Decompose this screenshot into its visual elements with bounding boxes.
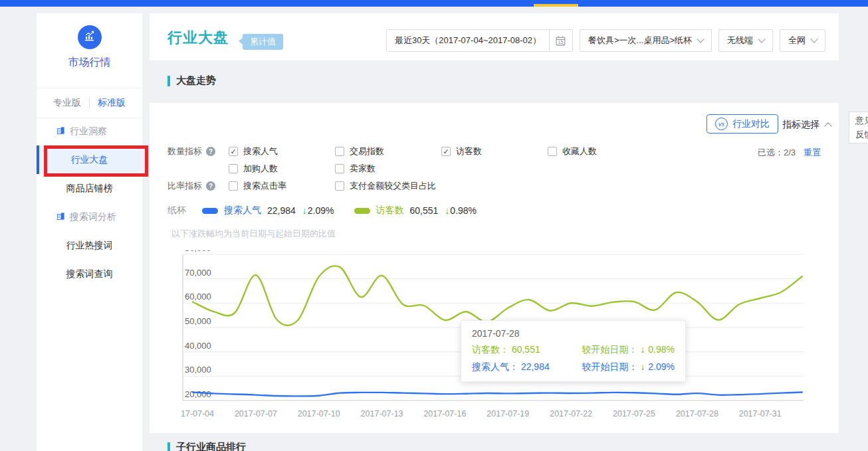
top-nav-bar: [0, 0, 868, 7]
legend-series-pill: [354, 208, 370, 214]
active-tab-underline-indicator: [534, 4, 578, 7]
series-line-搜索人气: [193, 393, 802, 397]
checkbox-icon[interactable]: [229, 181, 238, 191]
x-axis-label: 2017-07-28: [676, 409, 718, 418]
metric-row: 比率指标?搜索点击率支付金额较父类目占比: [167, 177, 654, 195]
metric-checkbox[interactable]: 卖家数: [335, 163, 441, 175]
section-title-subindustry: 子行业商品排行: [167, 441, 246, 451]
cumulative-value-badge: 累计值: [243, 34, 283, 50]
section-accent-bar: [167, 76, 170, 86]
section-accent-bar: [167, 442, 170, 451]
metric-select-toggle[interactable]: 指标选择: [782, 119, 831, 131]
chevron-down-icon: [697, 35, 704, 43]
feedback-tab[interactable]: 意见 反馈: [849, 112, 868, 143]
checkbox-icon[interactable]: ✓: [229, 147, 238, 156]
category-filter[interactable]: 餐饮具>一次...桌用品>纸杯: [580, 29, 712, 52]
legend-entry[interactable]: 搜索人气22,984↓2.09%: [202, 205, 334, 217]
metric-group-text: 比率指标: [167, 180, 202, 192]
tooltip-row: 搜索人气： 22,984较开始日期： ↓ 2.09%: [472, 361, 675, 373]
filter-bar: 最近30天（2017-07-04~2017-08-02） 15 餐饮具>一次..…: [386, 29, 825, 52]
search-word-icon: [56, 212, 65, 223]
sidebar-tab[interactable]: 标准版: [98, 97, 126, 109]
x-axis-label: 2017-07-13: [361, 409, 403, 418]
svg-text:15: 15: [558, 40, 564, 45]
sidebar-item-label: 行业洞察: [70, 126, 107, 137]
reset-button[interactable]: 重置: [804, 147, 821, 159]
sidebar-item[interactable]: 行业热搜词: [37, 231, 142, 260]
sidebar-item[interactable]: 搜索词查询: [37, 260, 142, 288]
checkbox-icon[interactable]: ✓: [441, 147, 451, 156]
page-title: 行业大盘: [167, 28, 229, 48]
legend-series-name: 搜索人气: [224, 205, 261, 217]
terminal-filter[interactable]: 无线端: [718, 29, 773, 52]
x-axis-label: 2017-07-10: [298, 409, 340, 418]
legend-series-change: ↓2.09%: [302, 205, 334, 216]
scope-filter[interactable]: 全网: [780, 29, 825, 52]
date-range-filter[interactable]: 最近30天（2017-07-04~2017-08-02） 15: [386, 29, 573, 52]
legend-entry[interactable]: 访客数60,551↓0.98%: [354, 205, 477, 217]
metric-group-text: 数量指标: [167, 145, 202, 157]
chart-tooltip: 2017-07-28 访客数： 60,551较开始日期： ↓ 0.98%搜索人气…: [461, 320, 686, 382]
help-icon[interactable]: ?: [206, 181, 215, 191]
legend-series-value: 60,551: [410, 205, 439, 216]
metric-checkbox-label: 收藏人数: [562, 145, 597, 157]
checkbox-icon[interactable]: [335, 147, 344, 156]
x-axis-label: 2017-07-07: [235, 409, 277, 418]
sidebar-version-tabs: 专业版标准版: [37, 88, 142, 118]
y-axis-label: 20,000: [185, 389, 211, 399]
tooltip-metric: 搜索人气： 22,984: [472, 361, 550, 373]
sidebar-menu: 行业洞察行业大盘商品店铺榜搜索词分析行业热搜词搜索词查询: [37, 117, 142, 288]
metric-checkbox-label: 访客数: [456, 145, 482, 157]
metric-group-label: 数量指标?: [167, 145, 229, 157]
sidebar: 市场行情 专业版标准版 行业洞察行业大盘商品店铺榜搜索词分析行业热搜词搜索词查询: [37, 13, 142, 451]
x-axis-label: 2017-07-22: [550, 409, 592, 418]
checkbox-icon[interactable]: [229, 164, 238, 173]
sidebar-item[interactable]: 行业大盘: [37, 145, 142, 174]
metric-checkbox[interactable]: 交易指数: [335, 145, 441, 157]
y-axis-label: 80,000: [185, 250, 211, 253]
checkbox-icon[interactable]: [335, 181, 344, 191]
sidebar-tab[interactable]: 专业版: [53, 97, 81, 109]
calendar-icon[interactable]: 15: [549, 30, 572, 51]
legend-category: 纸杯: [167, 205, 186, 217]
sidebar-item-label: 搜索词分析: [70, 211, 116, 223]
x-axis-label: 2017-07-04: [181, 409, 214, 418]
metric-checkbox-label: 搜索人气: [243, 145, 278, 157]
metric-checkbox-label: 加购人数: [243, 163, 278, 175]
vs-icon: vs: [715, 118, 728, 130]
checkbox-icon[interactable]: [548, 147, 557, 156]
metric-checkbox[interactable]: ✓访客数: [441, 145, 548, 157]
checkbox-icon[interactable]: [335, 164, 344, 173]
metric-checkbox[interactable]: 支付金额较父类目占比: [335, 180, 441, 192]
market-quotes-logo: [78, 25, 102, 49]
trend-chart-icon: [83, 30, 96, 45]
metric-checkbox[interactable]: 加购人数: [229, 163, 335, 175]
sidebar-item[interactable]: 商品店铺榜: [37, 174, 142, 203]
arrow-down-icon: ↓: [640, 344, 645, 355]
legend-series-pill: [202, 208, 218, 214]
metric-checkbox[interactable]: 搜索点击率: [229, 180, 335, 192]
metric-checkbox-label: 搜索点击率: [243, 180, 286, 192]
app-title: 市场行情: [37, 56, 142, 70]
section-title-trend: 大盘走势: [167, 74, 216, 87]
page-header: 行业大盘 累计值 最近30天（2017-07-04~2017-08-02） 15…: [150, 13, 839, 60]
help-icon[interactable]: ?: [206, 147, 215, 156]
industry-compare-button[interactable]: vs 行业对比: [706, 114, 778, 134]
x-axis-label: 2017-07-25: [613, 409, 655, 418]
y-axis-label: 30,000: [185, 365, 211, 375]
sidebar-item-label: 搜索词查询: [66, 268, 113, 280]
metric-checkbox[interactable]: 收藏人数: [548, 145, 654, 157]
date-range-text: 最近30天（2017-07-04~2017-08-02）: [387, 35, 549, 46]
terminal-filter-text: 无线端: [727, 35, 753, 46]
x-axis-label: 2017-07-31: [739, 409, 782, 418]
scope-filter-text: 全网: [788, 35, 806, 46]
chevron-down-icon: [810, 35, 817, 43]
y-axis-label: 40,000: [185, 341, 211, 351]
x-axis-label: 2017-07-19: [487, 409, 529, 418]
metric-checkbox[interactable]: ✓搜索人气: [229, 145, 335, 157]
metric-checkbox-panel: 数量指标?✓搜索人气交易指数✓访客数收藏人数加购人数卖家数比率指标?搜索点击率支…: [167, 143, 654, 195]
sidebar-group-header: 搜索词分析: [37, 203, 142, 231]
tab-divider: [89, 98, 90, 108]
tooltip-row: 访客数： 60,551较开始日期： ↓ 0.98%: [472, 344, 675, 356]
industry-compare-label: 行业对比: [732, 118, 770, 130]
